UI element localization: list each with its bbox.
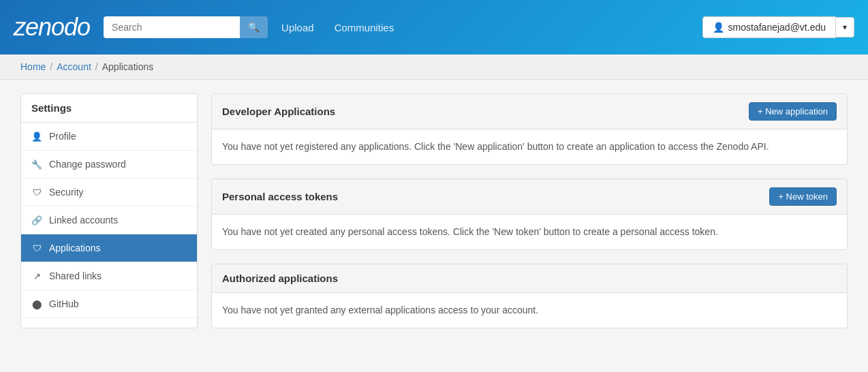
- header-right: 👤 smostafanejad@vt.edu ▾: [702, 16, 854, 38]
- personal-access-tokens-header: Personal access tokens + New token: [212, 179, 847, 215]
- personal-access-tokens-card: Personal access tokens + New token You h…: [211, 179, 848, 250]
- sidebar-item-label-security: Security: [49, 187, 84, 198]
- authorized-applications-body: You have not yet granted any external ap…: [212, 293, 847, 328]
- sidebar-title: Settings: [21, 94, 197, 123]
- communities-link[interactable]: Communities: [335, 22, 394, 33]
- header-left: zenodo 🔍 Upload Communities: [14, 13, 394, 42]
- authorized-applications-header: Authorized applications: [212, 264, 847, 293]
- developer-applications-title: Developer Applications: [222, 106, 335, 117]
- content: Developer Applications + New application…: [211, 93, 848, 328]
- sidebar: Settings 👤 Profile 🔧 Change password 🛡 S…: [20, 93, 198, 328]
- change-password-icon: 🔧: [31, 159, 42, 170]
- sidebar-item-label-applications: Applications: [49, 243, 101, 253]
- sidebar-item-label-shared-links: Shared links: [49, 270, 102, 281]
- new-token-button[interactable]: + New token: [769, 187, 837, 206]
- authorized-applications-card: Authorized applications You have not yet…: [211, 264, 848, 328]
- breadcrumb-home[interactable]: Home: [20, 61, 46, 72]
- breadcrumb-sep-2: /: [95, 61, 98, 72]
- personal-access-tokens-body: You have not yet created any personal ac…: [212, 215, 847, 249]
- breadcrumb-account[interactable]: Account: [57, 61, 91, 72]
- new-application-button[interactable]: + New application: [749, 102, 837, 121]
- github-icon: ⬤: [31, 299, 42, 309]
- sidebar-item-github[interactable]: ⬤ GitHub: [21, 290, 197, 318]
- sidebar-item-label-linked-accounts: Linked accounts: [49, 215, 118, 226]
- search-input[interactable]: [104, 16, 240, 38]
- header-nav: Upload Communities: [281, 22, 394, 33]
- sidebar-item-label-github: GitHub: [49, 298, 79, 309]
- breadcrumb: Home / Account / Applications: [20, 61, 848, 72]
- sidebar-item-change-password[interactable]: 🔧 Change password: [21, 151, 197, 179]
- sidebar-item-profile[interactable]: 👤 Profile: [21, 123, 197, 151]
- user-menu-caret[interactable]: ▾: [836, 17, 854, 37]
- user-icon: 👤: [713, 22, 724, 33]
- breadcrumb-bar: Home / Account / Applications: [0, 55, 868, 80]
- breadcrumb-sep-1: /: [50, 61, 52, 72]
- search-button[interactable]: 🔍: [240, 16, 268, 38]
- sidebar-item-shared-links[interactable]: ↗ Shared links: [21, 262, 197, 290]
- security-icon: 🛡: [31, 187, 42, 198]
- main-container: Settings 👤 Profile 🔧 Change password 🛡 S…: [0, 80, 868, 342]
- logo: zenodo: [14, 13, 90, 42]
- header: zenodo 🔍 Upload Communities 👤 smostafane…: [0, 0, 868, 55]
- sidebar-item-linked-accounts[interactable]: 🔗 Linked accounts: [21, 206, 197, 234]
- developer-applications-card: Developer Applications + New application…: [211, 93, 848, 165]
- personal-access-tokens-title: Personal access tokens: [222, 191, 338, 202]
- applications-icon: 🛡: [31, 243, 42, 253]
- profile-icon: 👤: [31, 131, 42, 142]
- developer-applications-message: You have not yet registered any applicat…: [222, 141, 769, 152]
- breadcrumb-current: Applications: [102, 61, 154, 72]
- search-form: 🔍: [104, 16, 268, 38]
- user-menu-button[interactable]: 👤 smostafanejad@vt.edu: [702, 16, 836, 38]
- sidebar-item-label-change-password: Change password: [49, 159, 126, 170]
- linked-accounts-icon: 🔗: [31, 215, 42, 226]
- upload-link[interactable]: Upload: [281, 22, 314, 33]
- sidebar-item-security[interactable]: 🛡 Security: [21, 179, 197, 206]
- developer-applications-header: Developer Applications + New application: [212, 94, 847, 129]
- authorized-applications-title: Authorized applications: [222, 273, 338, 284]
- authorized-applications-message: You have not yet granted any external ap…: [222, 305, 538, 315]
- user-email: smostafanejad@vt.edu: [728, 22, 826, 33]
- sidebar-item-label-profile: Profile: [49, 131, 76, 142]
- personal-access-tokens-message: You have not yet created any personal ac…: [222, 226, 718, 237]
- shared-links-icon: ↗: [31, 271, 42, 281]
- developer-applications-body: You have not yet registered any applicat…: [212, 129, 847, 164]
- sidebar-item-applications[interactable]: 🛡 Applications: [21, 234, 197, 262]
